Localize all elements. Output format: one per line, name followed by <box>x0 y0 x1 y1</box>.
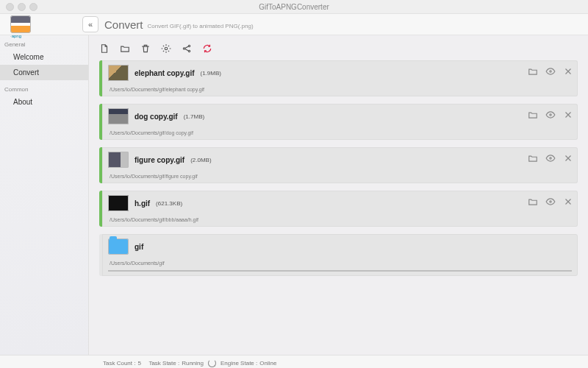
app-logo-sub: ·apng <box>10 34 21 38</box>
close-icon[interactable] <box>563 110 573 120</box>
file-size: (621.3KB) <box>156 200 182 207</box>
file-path: /Users/Io/Documents/gif/dog copy.gif <box>110 130 572 135</box>
file-size: (1.7MB) <box>184 113 204 120</box>
file-row[interactable]: dog copy.gif (1.7MB) /Users/Io/Documents… <box>99 104 578 140</box>
svg-point-1 <box>183 48 184 49</box>
file-list: elephant copy.gif (1.9MB) /Users/Io/Docu… <box>99 60 578 355</box>
thumbnail <box>108 195 129 211</box>
thumbnail <box>108 152 129 168</box>
reveal-folder-icon[interactable] <box>528 153 538 163</box>
folder-icon <box>108 238 129 255</box>
file-name: elephant copy.gif <box>135 69 195 77</box>
task-state: Running <box>182 360 204 367</box>
file-name: figure copy.gif <box>135 156 184 164</box>
titlebar: GifToAPNGConverter <box>0 0 588 14</box>
file-row[interactable]: figure copy.gif (2.0MB) /Users/Io/Docume… <box>99 147 578 183</box>
task-state-label: Task State : <box>148 360 179 367</box>
sidebar: General Welcome Convert Common About <box>0 35 89 355</box>
svg-point-5 <box>550 114 551 116</box>
trash-icon[interactable] <box>140 43 151 54</box>
file-path: /Users/Io/Documents/gif <box>110 261 572 266</box>
sidebar-section-general: General <box>4 41 88 48</box>
eye-icon[interactable] <box>545 66 556 77</box>
thumbnail <box>108 108 129 124</box>
reveal-folder-icon[interactable] <box>528 66 538 77</box>
file-row[interactable]: h.gif (621.3KB) /Users/Io/Documents/gif/… <box>99 191 578 227</box>
spinner-icon <box>208 359 216 367</box>
close-icon[interactable] <box>563 153 573 163</box>
sidebar-section-common: Common <box>4 86 88 93</box>
file-row[interactable]: elephant copy.gif (1.9MB) /Users/Io/Docu… <box>99 60 578 96</box>
progress-bar <box>108 270 572 272</box>
toolbar <box>99 41 578 56</box>
thumbnail <box>108 65 129 81</box>
svg-point-6 <box>550 158 551 159</box>
eye-icon[interactable] <box>545 197 556 207</box>
svg-point-0 <box>165 47 168 50</box>
svg-point-2 <box>188 45 190 46</box>
open-folder-icon[interactable] <box>120 43 130 54</box>
chevron-left-icon: « <box>88 20 93 29</box>
file-size: (1.9MB) <box>201 70 221 77</box>
gear-icon[interactable] <box>161 43 171 54</box>
folder-row[interactable]: gif /Users/Io/Documents/gif <box>99 234 578 276</box>
file-path: /Users/Io/Documents/gif/elephant copy.gi… <box>110 87 572 92</box>
sidebar-item-about[interactable]: About <box>0 94 88 110</box>
refresh-icon[interactable] <box>202 43 212 54</box>
traffic-close[interactable] <box>6 3 14 11</box>
svg-point-7 <box>550 201 551 202</box>
window-title: GifToAPNGConverter <box>0 3 588 11</box>
status-bar: Task Count : 5 Task State : Running Engi… <box>0 355 588 368</box>
share-icon[interactable] <box>182 43 192 54</box>
svg-point-4 <box>550 71 551 72</box>
sidebar-item-welcome[interactable]: Welcome <box>0 49 88 65</box>
engine-state-label: Engine State : <box>220 360 257 367</box>
page-title: Convert <box>104 18 143 31</box>
eye-icon[interactable] <box>545 153 556 163</box>
sidebar-item-convert[interactable]: Convert <box>0 65 88 80</box>
traffic-min[interactable] <box>18 3 26 11</box>
file-path: /Users/Io/Documents/gif/figure copy.gif <box>110 174 572 179</box>
app-logo <box>10 15 31 33</box>
task-count-label: Task Count : <box>103 360 135 367</box>
file-name: dog copy.gif <box>135 113 178 121</box>
svg-point-3 <box>188 50 190 52</box>
file-name: h.gif <box>135 199 150 208</box>
close-icon[interactable] <box>563 66 573 77</box>
header: ·apng « Convert Convert GIF(.gif) to ani… <box>0 14 588 35</box>
engine-state: Online <box>259 360 276 367</box>
new-file-icon[interactable] <box>99 43 110 54</box>
page-subtitle: Convert GIF(.gif) to animated PNG(.png) <box>148 23 254 29</box>
file-name: gif <box>135 243 143 251</box>
reveal-folder-icon[interactable] <box>528 110 538 120</box>
close-icon[interactable] <box>563 197 573 207</box>
file-size: (2.0MB) <box>190 157 211 163</box>
back-button[interactable]: « <box>82 16 98 32</box>
eye-icon[interactable] <box>545 110 556 120</box>
task-count: 5 <box>137 360 140 367</box>
reveal-folder-icon[interactable] <box>528 197 538 207</box>
file-path: /Users/Io/Documents/gif/bbb/aaaa/h.gif <box>110 217 572 222</box>
traffic-max[interactable] <box>29 3 37 11</box>
main-panel: elephant copy.gif (1.9MB) /Users/Io/Docu… <box>89 35 588 355</box>
